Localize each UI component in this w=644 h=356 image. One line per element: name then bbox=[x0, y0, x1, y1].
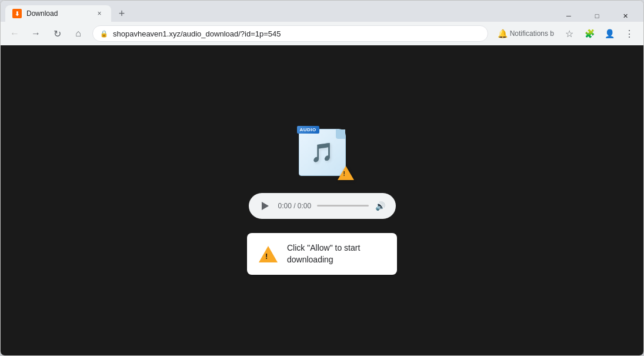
close-button[interactable]: ✕ bbox=[612, 8, 639, 24]
forward-button[interactable]: → bbox=[26, 24, 45, 43]
bookmark-button[interactable]: ☆ bbox=[560, 24, 579, 43]
lock-icon: 🔒 bbox=[100, 30, 108, 38]
extensions-button[interactable]: 🧩 bbox=[580, 24, 599, 43]
window-controls: ─ □ ✕ bbox=[550, 5, 643, 24]
notifications-button[interactable]: 🔔 Notifications b bbox=[493, 26, 559, 41]
audio-badge: AUDIO bbox=[297, 126, 319, 134]
warning-icon-box bbox=[259, 245, 278, 264]
audio-progress-bar[interactable] bbox=[317, 205, 368, 207]
volume-icon: 🔊 bbox=[375, 201, 385, 211]
page-content: AUDIO 🎵 0:00 / 0:00 🔊 bbox=[1, 45, 643, 355]
home-button[interactable]: ⌂ bbox=[69, 24, 88, 43]
new-tab-button[interactable]: + bbox=[114, 5, 130, 22]
toolbar-right-actions: 🔔 Notifications b ☆ 🧩 👤 ⋮ bbox=[493, 24, 639, 43]
toolbar: ← → ↻ ⌂ 🔒 shopavheaven1.xyz/audio_downlo… bbox=[1, 22, 643, 45]
warning-triangle-icon bbox=[338, 166, 354, 180]
tab-favicon: ⬇ bbox=[12, 9, 22, 18]
tab-strip: ⬇ Download × + bbox=[1, 5, 550, 22]
audio-icon-container: AUDIO 🎵 bbox=[293, 126, 352, 179]
warning-message-box: Click "Allow" to start downloading bbox=[247, 233, 397, 275]
minimize-button[interactable]: ─ bbox=[555, 8, 582, 24]
play-button[interactable] bbox=[258, 199, 272, 213]
tab-title: Download bbox=[26, 9, 90, 18]
title-bar: ⬇ Download × + ─ □ ✕ bbox=[1, 1, 643, 22]
back-button[interactable]: ← bbox=[5, 24, 24, 43]
volume-button[interactable]: 🔊 bbox=[375, 200, 386, 212]
menu-button[interactable]: ⋮ bbox=[620, 24, 639, 43]
notifications-label: Notifications b bbox=[510, 29, 554, 38]
play-icon bbox=[262, 202, 269, 210]
bell-icon: 🔔 bbox=[498, 29, 508, 38]
profile-button[interactable]: 👤 bbox=[600, 24, 619, 43]
maximize-button[interactable]: □ bbox=[583, 8, 610, 24]
warning-text: Click "Allow" to start downloading bbox=[287, 242, 360, 265]
active-tab[interactable]: ⬇ Download × bbox=[5, 5, 111, 22]
tab-close-button[interactable]: × bbox=[95, 9, 104, 18]
browser-window: ⬇ Download × + ─ □ ✕ ← → ↻ ⌂ 🔒 shopavhea… bbox=[0, 0, 644, 356]
time-display: 0:00 / 0:00 bbox=[278, 202, 312, 210]
warning-icon bbox=[259, 246, 278, 262]
audio-player[interactable]: 0:00 / 0:00 🔊 bbox=[249, 193, 396, 219]
reload-button[interactable]: ↻ bbox=[48, 24, 66, 43]
music-notes-icon: 🎵 bbox=[311, 141, 334, 164]
address-bar[interactable]: 🔒 shopavheaven1.xyz/audio_download/?id=1… bbox=[92, 25, 488, 42]
warning-badge bbox=[338, 165, 354, 181]
url-text: shopavheaven1.xyz/audio_download/?id=1p=… bbox=[113, 29, 481, 38]
